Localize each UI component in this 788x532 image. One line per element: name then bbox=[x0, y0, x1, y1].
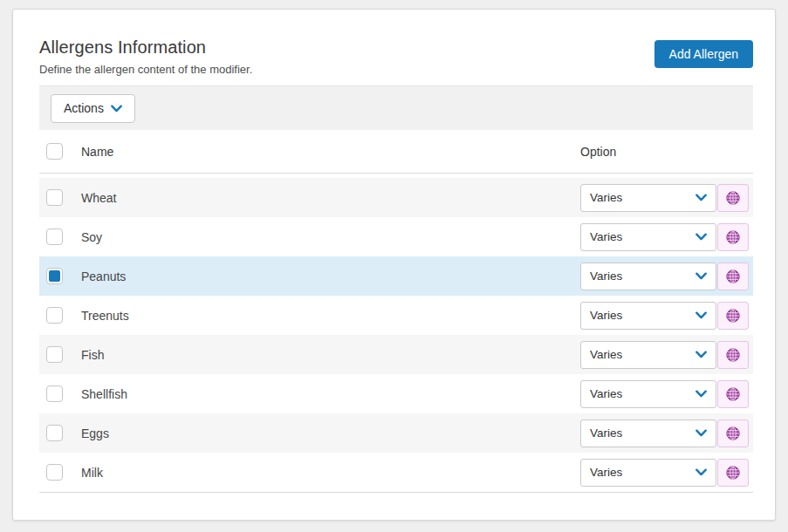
allergen-name: Eggs bbox=[81, 426, 580, 440]
row-checkbox[interactable] bbox=[46, 189, 63, 206]
table-row-shellfish: Shellfish Varies bbox=[39, 374, 753, 413]
allergen-name: Milk bbox=[81, 466, 580, 480]
globe-button[interactable] bbox=[717, 223, 749, 251]
actions-toolbar: Actions bbox=[39, 85, 753, 130]
option-select[interactable]: Varies bbox=[580, 419, 716, 447]
chevron-down-icon bbox=[695, 272, 707, 280]
allergens-table: Name Option Wheat Varies bbox=[39, 130, 753, 493]
chevron-down-icon bbox=[695, 351, 707, 358]
option-select-value: Varies bbox=[590, 230, 622, 243]
table-body: Wheat Varies Soy Varies bbox=[39, 178, 753, 493]
globe-button[interactable] bbox=[717, 341, 749, 369]
chevron-down-icon bbox=[695, 233, 707, 241]
table-row-soy: Soy Varies bbox=[39, 217, 753, 256]
row-checkbox[interactable] bbox=[46, 228, 63, 245]
column-header-option: Option bbox=[580, 145, 753, 159]
globe-button[interactable] bbox=[717, 263, 749, 290]
option-select[interactable]: Varies bbox=[580, 223, 716, 251]
option-select-value: Varies bbox=[590, 191, 622, 204]
chevron-down-icon bbox=[695, 390, 707, 398]
header-checkbox-cell bbox=[39, 143, 81, 160]
globe-icon bbox=[725, 229, 741, 245]
globe-icon bbox=[725, 465, 741, 481]
row-checkbox[interactable] bbox=[46, 425, 63, 441]
globe-icon bbox=[725, 269, 741, 284]
allergen-name: Treenuts bbox=[81, 309, 580, 323]
chevron-down-icon bbox=[695, 468, 707, 476]
globe-button[interactable] bbox=[717, 184, 749, 212]
row-checkbox[interactable] bbox=[46, 346, 63, 363]
row-checkbox[interactable] bbox=[46, 464, 63, 481]
table-row-peanuts: Peanuts Varies bbox=[39, 256, 753, 296]
table-row-milk: Milk Varies bbox=[39, 453, 753, 492]
option-select[interactable]: Varies bbox=[580, 341, 716, 369]
heading: Allergens Information Define the allerge… bbox=[39, 37, 252, 76]
option-select[interactable]: Varies bbox=[580, 459, 716, 487]
allergen-name: Shellfish bbox=[81, 387, 580, 401]
chevron-down-icon bbox=[695, 194, 707, 201]
page-title: Allergens Information bbox=[39, 37, 252, 58]
chevron-down-icon bbox=[695, 429, 707, 437]
chevron-down-icon bbox=[111, 105, 122, 113]
option-select-value: Varies bbox=[590, 309, 622, 322]
option-select[interactable]: Varies bbox=[580, 302, 716, 330]
row-checkbox[interactable] bbox=[46, 385, 63, 402]
globe-button[interactable] bbox=[717, 419, 749, 447]
allergens-card: Allergens Information Define the allerge… bbox=[12, 9, 776, 521]
actions-dropdown-button[interactable]: Actions bbox=[51, 94, 135, 123]
globe-button[interactable] bbox=[717, 302, 749, 330]
allergen-name: Wheat bbox=[81, 191, 580, 205]
globe-icon bbox=[725, 190, 741, 206]
table-row-treenuts: Treenuts Varies bbox=[39, 296, 753, 335]
allergen-name: Peanuts bbox=[81, 269, 580, 283]
globe-button[interactable] bbox=[717, 380, 749, 408]
table-row-eggs: Eggs Varies bbox=[39, 413, 753, 453]
globe-icon bbox=[725, 347, 741, 363]
option-select[interactable]: Varies bbox=[580, 184, 716, 212]
table-row-fish: Fish Varies bbox=[39, 335, 753, 374]
option-select-value: Varies bbox=[590, 426, 622, 440]
add-allergen-button[interactable]: Add Allergen bbox=[654, 40, 753, 68]
option-select-value: Varies bbox=[590, 269, 622, 283]
column-header-name: Name bbox=[81, 145, 580, 159]
globe-icon bbox=[725, 308, 741, 324]
table-header-row: Name Option bbox=[39, 130, 753, 174]
chevron-down-icon bbox=[695, 311, 707, 319]
option-select-value: Varies bbox=[590, 387, 622, 400]
globe-button[interactable] bbox=[717, 459, 749, 487]
globe-icon bbox=[725, 386, 741, 402]
globe-icon bbox=[725, 426, 741, 441]
allergen-name: Fish bbox=[81, 348, 580, 362]
page-subtitle: Define the allergen content of the modif… bbox=[39, 63, 252, 76]
table-row-wheat: Wheat Varies bbox=[39, 178, 753, 217]
option-select[interactable]: Varies bbox=[580, 380, 716, 408]
option-select-value: Varies bbox=[590, 348, 622, 361]
select-all-checkbox[interactable] bbox=[46, 143, 63, 160]
option-select[interactable]: Varies bbox=[580, 263, 716, 290]
allergen-name: Soy bbox=[81, 230, 580, 244]
row-checkbox[interactable] bbox=[46, 268, 63, 284]
card-header: Allergens Information Define the allerge… bbox=[39, 37, 753, 76]
option-select-value: Varies bbox=[590, 466, 622, 479]
row-checkbox[interactable] bbox=[46, 307, 63, 324]
actions-label: Actions bbox=[64, 101, 104, 115]
